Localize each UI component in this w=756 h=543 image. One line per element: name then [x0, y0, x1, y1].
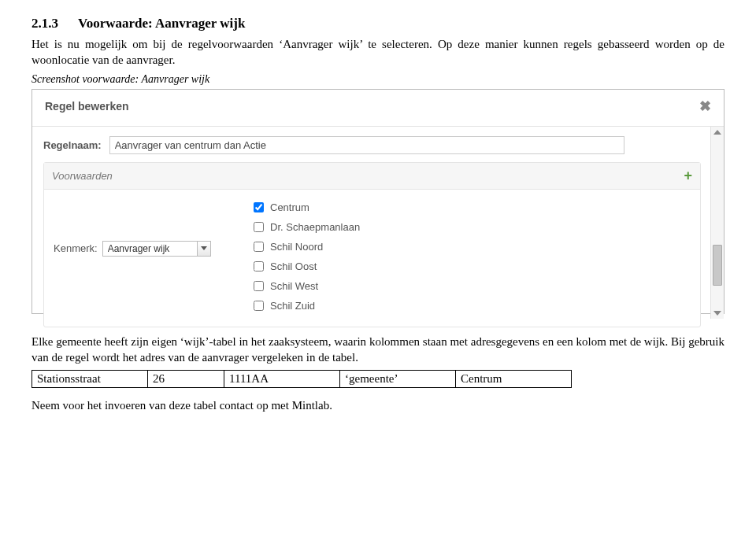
section-heading: 2.1.3 Voorwaarde: Aanvrager wijk — [32, 16, 724, 31]
scrollbar[interactable] — [710, 127, 724, 319]
wijk-checkbox[interactable] — [254, 242, 264, 252]
wijk-checkbox[interactable] — [254, 281, 264, 291]
table-cell: ‘gemeente’ — [340, 371, 456, 388]
wijk-option[interactable]: Dr. Schaepmanlaan — [250, 217, 691, 237]
footer-paragraph: Neem voor het invoeren van deze tabel co… — [32, 397, 724, 413]
dialog-title: Regel bewerken — [45, 100, 129, 113]
wijk-options: Centrum Dr. Schaepmanlaan Schil Noord — [250, 198, 691, 316]
wijk-option-label: Schil Oost — [270, 260, 317, 272]
wijk-option-label: Schil West — [270, 280, 318, 292]
wijk-option-label: Centrum — [270, 201, 309, 213]
wijk-option[interactable]: Centrum — [250, 198, 691, 217]
voorwaarden-section: Voorwaarden + Kenmerk: — [43, 162, 701, 327]
table-cell: Centrum — [456, 371, 572, 388]
heading-number: 2.1.3 — [32, 16, 75, 31]
close-icon[interactable]: ✖ — [699, 98, 711, 115]
address-table: Stationsstraat 26 1111AA ‘gemeente’ Cent… — [32, 370, 572, 388]
wijk-option-label: Dr. Schaepmanlaan — [270, 221, 360, 233]
wijk-option-label: Schil Noord — [270, 241, 323, 253]
kenmerk-label: Kenmerk: — [54, 242, 98, 254]
scroll-up-icon[interactable] — [713, 130, 721, 135]
table-cell: 26 — [148, 371, 224, 388]
voorwaarden-header: Voorwaarden + — [44, 163, 700, 190]
kenmerk-row: Kenmerk: — [54, 241, 250, 257]
wijk-checkbox[interactable] — [254, 202, 264, 212]
wijk-option-label: Schil Zuid — [270, 300, 315, 312]
regelnaam-label: Regelnaam: — [43, 139, 102, 151]
screenshot-caption: Screenshot voorwaarde: Aanvrager wijk — [32, 73, 724, 86]
regelnaam-row: Regelnaam: — [43, 136, 701, 154]
voorwaarden-label: Voorwaarden — [52, 170, 113, 182]
wijk-option[interactable]: Schil Noord — [250, 237, 691, 257]
add-icon[interactable]: + — [684, 168, 692, 184]
wijk-option[interactable]: Schil Oost — [250, 257, 691, 276]
intro-paragraph: Het is nu mogelijk om bij de regelvoorwa… — [32, 36, 724, 68]
regelnaam-input[interactable] — [109, 136, 624, 154]
wijk-option[interactable]: Schil Zuid — [250, 296, 691, 316]
table-cell: Stationsstraat — [32, 371, 148, 388]
wijk-checkbox[interactable] — [254, 261, 264, 272]
table-row: Stationsstraat 26 1111AA ‘gemeente’ Cent… — [32, 371, 572, 388]
chevron-down-icon[interactable] — [197, 242, 210, 256]
wijk-checkbox[interactable] — [254, 301, 264, 311]
heading-text: Voorwaarde: Aanvrager wijk — [78, 16, 245, 31]
wijk-checkbox[interactable] — [254, 222, 264, 232]
explanation-paragraph: Elke gemeente heeft zijn eigen ‘wijk’-ta… — [32, 334, 724, 366]
kenmerk-combobox[interactable] — [102, 241, 211, 257]
scroll-down-icon[interactable] — [713, 311, 721, 316]
embedded-screenshot: Regel bewerken ✖ Regelnaam: Voorwaarden … — [32, 89, 724, 314]
table-cell: 1111AA — [224, 371, 340, 388]
dialog-header: Regel bewerken ✖ — [32, 90, 724, 127]
kenmerk-input[interactable] — [102, 241, 211, 257]
wijk-option[interactable]: Schil West — [250, 276, 691, 296]
